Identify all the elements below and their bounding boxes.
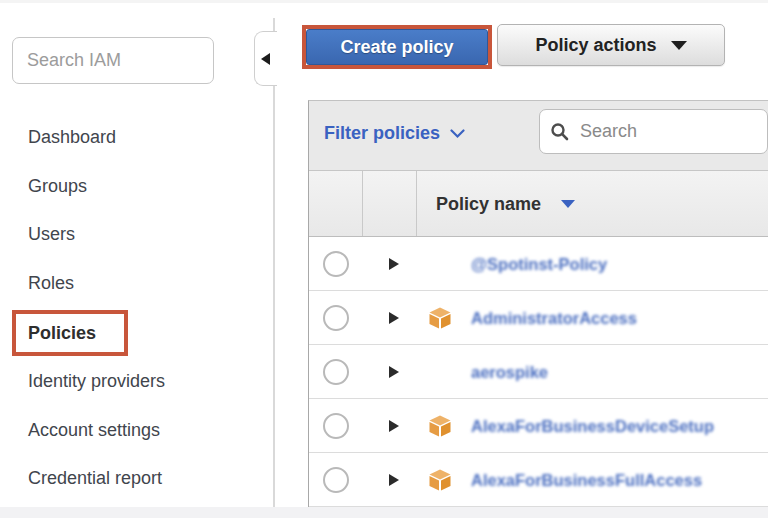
policy-actions-label: Policy actions: [535, 35, 656, 56]
sidebar-divider: [273, 18, 275, 507]
expand-row-icon[interactable]: [389, 312, 399, 324]
sidebar-item-account-settings[interactable]: Account settings: [28, 420, 160, 441]
column-divider: [416, 171, 417, 236]
sidebar-item-policies[interactable]: Policies: [28, 323, 96, 344]
policies-table: Filter policies Policy name @Spo: [308, 100, 768, 507]
filter-bar: Filter policies: [309, 101, 768, 171]
row-radio-button[interactable]: [323, 359, 349, 385]
policy-name-link[interactable]: AlexaForBusinessDeviceSetup: [471, 416, 714, 435]
filter-policies-label: Filter policies: [324, 123, 440, 144]
aws-managed-policy-icon: [429, 415, 451, 437]
table-row: aerospike: [309, 345, 768, 399]
sidebar-item-dashboard[interactable]: Dashboard: [28, 127, 116, 148]
chevron-down-icon: [450, 129, 465, 139]
bottom-edge-strip: [0, 507, 768, 518]
policy-name-link[interactable]: aerospike: [471, 362, 548, 381]
row-radio-button[interactable]: [323, 467, 349, 493]
create-policy-highlight-box: Create policy: [302, 25, 492, 69]
sidebar-collapse-tab[interactable]: [254, 31, 277, 86]
sidebar-item-credential-report[interactable]: Credential report: [28, 468, 162, 489]
sidebar-item-users[interactable]: Users: [28, 224, 75, 245]
policy-name-link[interactable]: AdministratorAccess: [471, 308, 637, 327]
table-row: AdministratorAccess: [309, 291, 768, 345]
row-radio-button[interactable]: [323, 305, 349, 331]
caret-down-icon: [671, 41, 687, 50]
aws-managed-policy-icon: [429, 307, 451, 329]
policy-name-link[interactable]: AlexaForBusinessFullAccess: [471, 470, 702, 489]
sort-caret-down-icon: [561, 200, 575, 208]
policy-search-box[interactable]: [539, 109, 768, 154]
column-header-policy-name[interactable]: Policy name: [436, 193, 541, 214]
expand-row-icon[interactable]: [389, 474, 399, 486]
row-radio-button[interactable]: [323, 251, 349, 277]
collapse-left-triangle-icon: [261, 53, 270, 65]
iam-console-screen: Dashboard Groups Users Roles Policies Id…: [0, 0, 768, 518]
column-divider: [362, 171, 363, 236]
policy-name-link[interactable]: @Spotinst-Policy: [471, 254, 607, 273]
policies-highlight-box: Policies: [12, 310, 128, 356]
expand-row-icon[interactable]: [389, 258, 399, 270]
search-icon: [550, 122, 570, 142]
sidebar-item-groups[interactable]: Groups: [28, 176, 87, 197]
top-edge-strip: [0, 0, 768, 3]
expand-row-icon[interactable]: [389, 366, 399, 378]
policy-actions-button[interactable]: Policy actions: [497, 24, 725, 66]
sidebar-item-roles[interactable]: Roles: [28, 273, 74, 294]
table-row: AlexaForBusinessDeviceSetup: [309, 399, 768, 453]
iam-search-input[interactable]: [12, 37, 214, 84]
create-policy-button[interactable]: Create policy: [306, 29, 488, 65]
aws-managed-policy-icon: [429, 469, 451, 491]
policy-search-input[interactable]: [578, 120, 757, 143]
row-radio-button[interactable]: [323, 413, 349, 439]
table-row: @Spotinst-Policy: [309, 237, 768, 291]
table-row: AlexaForBusinessFullAccess: [309, 453, 768, 507]
expand-row-icon[interactable]: [389, 420, 399, 432]
sidebar-item-identity-providers[interactable]: Identity providers: [28, 371, 165, 392]
filter-policies-dropdown[interactable]: Filter policies: [324, 123, 465, 144]
table-header: Policy name: [309, 171, 768, 237]
